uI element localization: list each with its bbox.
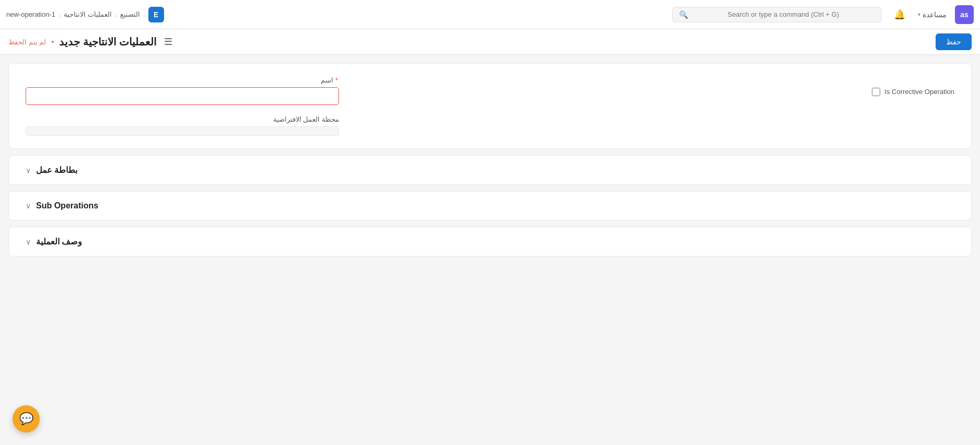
save-button[interactable]: حفظ	[936, 33, 972, 50]
page-title: العمليات الانتاجية جديد	[59, 36, 157, 48]
sub-operations-section: Sub Operations ∨	[8, 191, 972, 220]
chat-bubble-button[interactable]: 💬	[13, 405, 40, 432]
breadcrumb-item-operations[interactable]: العمليات الانتاجية	[64, 10, 112, 18]
breadcrumb-separator-2: ،	[115, 11, 117, 18]
search-bar: 🔍	[672, 7, 881, 22]
sub-operations-header[interactable]: Sub Operations ∨	[9, 192, 971, 220]
work-card-header[interactable]: بطاطة عمل ∨	[9, 156, 971, 184]
chevron-down-icon: ▾	[918, 11, 920, 17]
breadcrumb-separator-3: ،	[59, 11, 61, 18]
work-card-chevron-icon: ∨	[26, 166, 31, 174]
unsaved-label: لم يتم الحفظ	[8, 38, 46, 46]
work-card-title: بطاطة عمل	[36, 165, 77, 175]
breadcrumb-item-current: new-operation-1	[6, 10, 55, 18]
topnav: as مساعدة ▾ 🔔 🔍 E ، التصنيع ، العمليات ا…	[0, 0, 980, 29]
operation-description-section: وصف العملية ∨	[8, 227, 972, 256]
bell-icon: 🔔	[894, 9, 905, 20]
main-content: Is Corrective Operation * اسم محطة العمل…	[0, 55, 980, 265]
operation-description-header[interactable]: وصف العملية ∨	[9, 227, 971, 256]
menu-icon-button[interactable]: ☰	[162, 34, 174, 50]
workcenter-label: محطة العمل الافتراضية	[26, 115, 339, 123]
search-icon: 🔍	[679, 10, 688, 19]
name-label: * اسم	[26, 76, 339, 84]
workcenter-field-group: محطة العمل الافتراضية	[26, 115, 339, 136]
breadcrumb-separator: ،	[143, 11, 145, 18]
search-input[interactable]	[692, 10, 874, 18]
unsaved-dot: •	[51, 38, 54, 46]
menu-icon: ☰	[164, 36, 172, 48]
corrective-checkbox-row: Is Corrective Operation	[872, 86, 954, 96]
avatar-button[interactable]: as	[955, 5, 974, 24]
chat-icon: 💬	[19, 412, 33, 426]
form-section: Is Corrective Operation * اسم محطة العمل…	[26, 76, 954, 136]
help-label: مساعدة	[923, 10, 947, 19]
name-field-group: * اسم	[26, 76, 339, 105]
notification-bell-button[interactable]: 🔔	[890, 7, 909, 22]
help-button[interactable]: مساعدة ▾	[914, 8, 951, 21]
e-badge: E	[148, 7, 164, 22]
operation-description-chevron-icon: ∨	[26, 238, 31, 246]
name-required-star: *	[335, 76, 338, 84]
sub-operations-chevron-icon: ∨	[26, 202, 31, 210]
name-row: Is Corrective Operation * اسم	[26, 76, 954, 105]
corrective-label: Is Corrective Operation	[884, 88, 954, 96]
page-header-right: ☰ العمليات الانتاجية جديد • لم يتم الحفظ	[8, 34, 174, 50]
corrective-checkbox[interactable]	[872, 88, 880, 96]
breadcrumb: E ، التصنيع ، العمليات الانتاجية ، new-o…	[6, 7, 164, 22]
workcenter-input[interactable]	[26, 126, 339, 136]
name-input[interactable]	[26, 87, 339, 105]
page-header: حفظ ☰ العمليات الانتاجية جديد • لم يتم ا…	[0, 29, 980, 55]
form-card: Is Corrective Operation * اسم محطة العمل…	[8, 63, 972, 149]
sub-operations-title: Sub Operations	[36, 201, 98, 210]
workcenter-row: محطة العمل الافتراضية	[26, 115, 954, 136]
operation-description-title: وصف العملية	[36, 237, 82, 247]
work-card-section: بطاطة عمل ∨	[8, 155, 972, 185]
breadcrumb-item-manufacturing[interactable]: التصنيع	[120, 10, 140, 18]
